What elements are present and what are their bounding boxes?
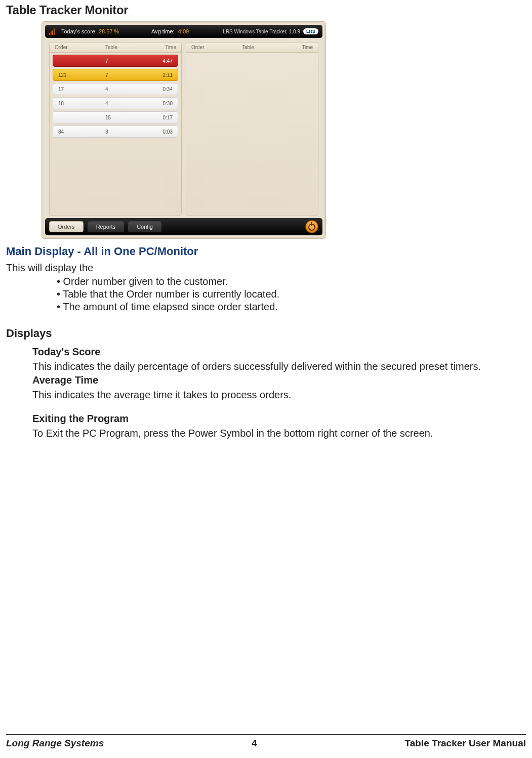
list-item: Order number given to the customer. [57, 276, 526, 287]
main-display-intro: This will display the [6, 262, 526, 274]
product-label: LRS Windows Table Tracker, 1.0.9 [223, 29, 300, 34]
table-row[interactable]: 84 3 0:03 [53, 125, 178, 138]
cell-time: 4:47 [147, 58, 178, 64]
header-table: Table [100, 45, 151, 50]
cell-time: 0:17 [147, 115, 178, 120]
cell-order: 17 [53, 87, 100, 92]
lrs-logo-icon: LRS [303, 28, 318, 34]
average-time-heading: Average Time [32, 374, 526, 386]
orders-column-right: Order Table Time [186, 42, 318, 216]
column-header: Order Table Time [50, 43, 181, 53]
displays-heading: Displays [6, 327, 526, 340]
cell-table: 7 [100, 58, 147, 64]
signal-icon [49, 28, 56, 35]
column-header: Order Table Time [186, 43, 318, 53]
cell-order: 121 [53, 72, 100, 78]
table-row[interactable]: 121 7 2:11 [53, 69, 178, 81]
todays-score-heading: Today's Score [32, 346, 526, 358]
footer-right: Table Tracker User Manual [405, 738, 526, 749]
orders-button[interactable]: Orders [49, 221, 84, 232]
footer-left: Long Range Systems [6, 738, 104, 749]
score-label: Today's score: [61, 28, 97, 34]
power-icon[interactable] [305, 220, 318, 233]
main-display-bullets: Order number given to the customer. Tabl… [57, 276, 526, 313]
page-title: Table Tracker Monitor [6, 3, 526, 17]
avg-label: Avg time: [151, 28, 175, 34]
cell-table: 4 [100, 101, 147, 106]
exiting-heading: Exiting the Program [32, 413, 526, 425]
list-item: Table that the Order number is currently… [57, 288, 526, 300]
main-display-heading: Main Display - All in One PC/Monitor [6, 245, 526, 258]
table-row[interactable]: 17 4 0:34 [53, 83, 178, 95]
config-button[interactable]: Config [128, 221, 161, 232]
table-row[interactable]: 18 4 0:30 [53, 97, 178, 109]
cell-table: 7 [100, 72, 147, 78]
header-time: Time [288, 45, 318, 50]
header-time: Time [151, 45, 181, 50]
score-value: 28.57 % [99, 28, 119, 34]
cell-order: 18 [53, 101, 100, 106]
average-time-body: This indicates the average time it takes… [32, 389, 526, 401]
app-bottombar: Orders Reports Config [45, 218, 322, 235]
header-order: Order [186, 45, 237, 50]
list-item: The amount of time elapsed since order s… [57, 301, 526, 313]
cell-time: 0:34 [147, 87, 178, 92]
app-topbar: Today's score: 28.57 % Avg time: 4:09 LR… [45, 25, 322, 38]
cell-table: 15 [100, 115, 147, 120]
footer-page-number: 4 [252, 738, 257, 749]
cell-time: 0:03 [147, 129, 178, 135]
reports-button[interactable]: Reports [88, 221, 125, 232]
header-table: Table [237, 45, 288, 50]
cell-time: 0:30 [147, 101, 178, 106]
cell-time: 2:11 [147, 72, 178, 78]
cell-table: 3 [100, 129, 147, 135]
cell-order: 84 [53, 129, 100, 135]
header-order: Order [50, 45, 100, 50]
table-row[interactable]: 7 4:47 [53, 55, 178, 67]
orders-column-left: Order Table Time 7 4:47 121 7 2:11 17 4 [49, 42, 182, 216]
page-footer: Long Range Systems 4 Table Tracker User … [6, 734, 526, 749]
todays-score-body: This indicates the daily percentage of o… [32, 361, 526, 372]
exiting-body: To Exit the PC Program, press the Power … [32, 428, 526, 439]
avg-value: 4:09 [178, 28, 189, 34]
table-row[interactable]: 15 0:17 [53, 111, 178, 123]
cell-table: 4 [100, 87, 147, 92]
app-screenshot: Today's score: 28.57 % Avg time: 4:09 LR… [42, 21, 326, 239]
